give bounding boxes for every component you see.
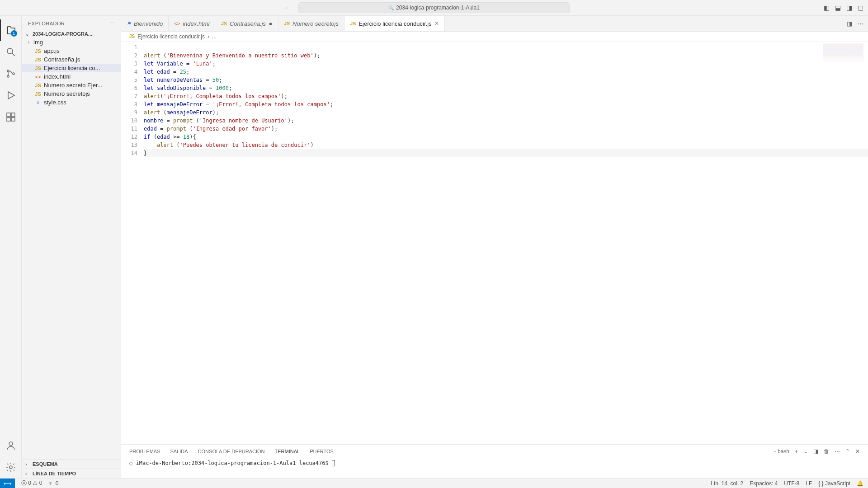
file-label: img [33,39,43,46]
svg-point-10 [9,466,12,469]
toggle-primary-sidebar-icon[interactable]: ◧ [824,4,830,11]
status-errors[interactable]: ⓧ 0 ⚠ 0 [21,479,42,487]
folder-item[interactable]: ›img [22,38,121,47]
sidebar-more-icon[interactable]: ⋯ [109,20,115,26]
editor-tab[interactable]: <>index.html [169,16,215,31]
file-item[interactable]: JSNumero secretojs [22,89,121,98]
file-type-icon: <> [34,74,42,80]
terminal-prompt: iMac-de-Norberto:2034-logica-programacio… [136,460,331,466]
panel-more-icon[interactable]: ⋯ [835,448,840,455]
minimap[interactable] [823,43,863,61]
new-terminal-icon[interactable]: + [795,448,798,455]
breadcrumb-file: Ejercicio licencia conducir.js [137,33,205,40]
tab-label: Numero secretojs [292,20,339,27]
search-icon[interactable] [0,41,22,63]
error-count: 0 [28,480,31,486]
warning-count: 0 [39,480,42,486]
svg-point-3 [7,75,9,77]
run-debug-icon[interactable] [0,84,22,106]
toggle-secondary-sidebar-icon[interactable]: ◨ [846,4,852,11]
split-editor-icon[interactable]: ◨ [847,20,852,27]
breadcrumb[interactable]: JS Ejercicio licencia conducir.js › ... [121,32,868,42]
line-gutter: 1234567891011121314 [121,42,144,444]
project-folder-header[interactable]: ⌄ 2034-LOGICA-PROGRA... [22,30,121,38]
file-label: Ejercicio licencia co... [44,65,100,71]
settings-gear-icon[interactable] [0,456,22,478]
svg-rect-5 [7,113,10,117]
code-line: let Variable = 'Luna'; [144,60,868,68]
tab-file-icon: JS [350,21,356,26]
split-terminal-icon[interactable]: ◨ [813,448,818,455]
customize-layout-icon[interactable]: ▢ [858,4,863,11]
file-item[interactable]: #style.css [22,98,121,107]
panel-tab[interactable]: TERMINAL [275,446,300,457]
file-item[interactable]: <>index.html [22,72,121,81]
command-center[interactable]: 2034-logica-programacion-1-Aula1 [298,2,570,13]
panel-tab[interactable]: PROBLEMAS [129,446,160,457]
code-line: alert ('Puedes obtener tu licencia de co… [144,141,868,149]
port-count: 0 [56,480,59,487]
tab-file-icon: <> [174,21,180,26]
file-item[interactable]: JSapp.js [22,47,121,55]
close-tab-icon[interactable]: ✕ [434,20,439,27]
status-indentation[interactable]: Espacios: 4 [750,480,778,487]
code-line: let saldoDisponible = 1000; [144,84,868,92]
svg-line-1 [12,53,15,56]
breadcrumb-rest: ... [212,33,217,40]
tab-file-icon: JS [284,21,290,26]
timeline-section[interactable]: ›LÍNEA DE TIEMPO [22,469,121,478]
status-cursor-position[interactable]: Lín. 14, col. 2 [711,480,743,487]
file-type-icon: # [34,100,42,105]
explorer-icon[interactable]: 1 [0,19,22,41]
outline-label: ESQUEMA [33,461,58,467]
editor-tab[interactable]: JSEjercicio licencia conducir.js✕ [344,16,445,31]
dirty-indicator-icon: ● [269,20,272,27]
status-ports[interactable]: ᯤ 0 [48,480,58,487]
code-content[interactable]: alert ('Bienvenina y Bienvenido a nuestr… [144,42,868,444]
code-line: nombre = prompt ('Ingresa nombre de Usua… [144,117,868,125]
shell-name: bash [778,448,789,455]
svg-rect-6 [11,113,15,117]
terminal-output[interactable]: ○ iMac-de-Norberto:2034-logica-programac… [121,458,868,478]
editor-tab[interactable]: JSContraseña.js● [215,16,278,31]
status-eol[interactable]: LF [806,480,812,487]
code-line: alert (mensajeDeError); [144,108,868,117]
editor-tabs: ⚑Bienvenido<>index.htmlJSContraseña.js●J… [121,16,868,32]
main-area: 1 EXPLORADOR ⋯ ⌄ 2034-LOGICA-PROGRA... ›… [0,16,868,478]
code-line: alert ('Bienvenina y Bienvenido a nuestr… [144,52,868,60]
toggle-panel-icon[interactable]: ⬓ [835,4,841,11]
tab-label: Bienvenido [134,20,163,27]
panel-tabs: PROBLEMASSALIDACONSOLA DE DEPURACIÓNTERM… [121,445,868,458]
remote-indicator[interactable]: ⟷ [0,479,15,488]
more-actions-icon[interactable]: ⋯ [858,20,863,27]
nav-back-icon[interactable]: ← [285,4,291,11]
svg-point-0 [7,48,13,54]
outline-section[interactable]: ›ESQUEMA [22,459,121,469]
panel-tab[interactable]: PUERTOS [310,446,334,457]
editor-body[interactable]: 1234567891011121314 alert ('Bienvenina y… [121,42,868,444]
accounts-icon[interactable] [0,435,22,456]
svg-rect-7 [7,117,10,121]
terminal-dropdown-icon[interactable]: ⌄ [803,448,808,455]
file-item[interactable]: JSEjercicio licencia co... [22,64,121,72]
panel-tab[interactable]: SALIDA [170,446,188,457]
file-item[interactable]: JSContraseña.js [22,55,121,64]
status-feedback-icon[interactable]: 🔔 [857,480,863,487]
maximize-panel-icon[interactable]: ⌃ [845,448,850,455]
status-language[interactable]: { } JavaScript [818,480,850,487]
status-bar: ⟷ ⓧ 0 ⚠ 0 ᯤ 0 Lín. 14, col. 2 Espacios: … [0,478,868,488]
activity-bar: 1 [0,16,22,478]
editor-tab[interactable]: ⚑Bienvenido [121,16,169,31]
editor-tab[interactable]: JSNumero secretojs [278,16,344,31]
extensions-icon[interactable] [0,106,22,128]
kill-terminal-icon[interactable]: 🗑 [824,448,829,455]
terminal-profile[interactable]: ◦ bash [774,448,789,455]
nav-forward-icon[interactable]: → [296,4,302,11]
source-control-icon[interactable] [0,63,22,84]
close-panel-icon[interactable]: ✕ [855,448,860,455]
file-type-icon: JS [34,66,42,71]
file-item[interactable]: JSNumero secreto Ejer... [22,81,121,89]
status-encoding[interactable]: UTF-8 [784,480,799,487]
panel-tab[interactable]: CONSOLA DE DEPURACIÓN [198,446,265,457]
tabs-actions: ◨ ⋯ [847,16,868,31]
